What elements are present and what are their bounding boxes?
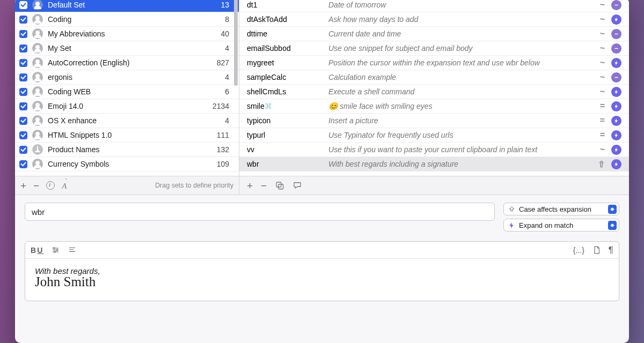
svg-point-7 <box>56 249 58 251</box>
set-checkbox[interactable] <box>19 146 27 154</box>
set-checkbox[interactable] <box>19 88 27 96</box>
set-count: 4 <box>225 116 233 125</box>
set-checkbox[interactable] <box>19 16 27 24</box>
text-style-button[interactable]: Â <box>62 181 67 191</box>
match-mode-icon: = <box>600 116 605 125</box>
set-list[interactable]: Default Set13Coding8My Abbreviations40My… <box>15 0 239 176</box>
set-name: Coding WEB <box>48 87 220 96</box>
set-count: 6 <box>225 87 233 96</box>
set-row[interactable]: Currency Symbols109 <box>15 157 239 172</box>
signature-line-2: John Smith <box>35 274 609 289</box>
snippet-abbrev: sampleCalc <box>247 73 322 81</box>
set-name: My Abbreviations <box>48 29 216 38</box>
download-icon <box>32 144 43 155</box>
person-icon <box>32 159 43 169</box>
scrollbar[interactable] <box>234 0 238 86</box>
set-name: AutoCorrection (English) <box>48 58 212 67</box>
set-checkbox[interactable] <box>19 117 27 125</box>
svg-rect-2 <box>614 48 618 48</box>
snippet-row[interactable]: typurlUse Typinator for frequently used … <box>239 128 629 143</box>
snippet-row[interactable]: dt1Date of tomorrow~ <box>239 0 629 12</box>
set-count: 4 <box>225 44 233 53</box>
remove-snippet-button[interactable]: − <box>261 181 267 191</box>
snippet-description: Current date and time <box>328 29 594 38</box>
snippet-abbrev: typicon <box>247 116 322 125</box>
text-badge-icon <box>611 0 621 10</box>
duplicate-snippet-button[interactable] <box>275 181 284 190</box>
bold-underline-button[interactable]: BU <box>31 246 43 255</box>
set-checkbox[interactable] <box>19 30 27 38</box>
set-count: 13 <box>221 1 233 9</box>
snippet-description: With best regards including a signature <box>328 160 591 168</box>
expansion-textarea[interactable]: With best regards, John Smith <box>25 259 619 301</box>
match-mode-icon: ~ <box>600 29 605 39</box>
expand-mode-popup[interactable]: Expand on match <box>503 219 619 232</box>
snippet-description: Use Typinator for frequently used urls <box>328 131 594 139</box>
expansion-editor: BU {...} ¶ With best regards, John Smith <box>25 241 619 301</box>
set-row[interactable]: Coding WEB6 <box>15 85 239 99</box>
snippet-list[interactable]: dt1Date of tomorrow~dtAskToAddAsk how ma… <box>239 0 629 176</box>
snippet-abbrev: smile⌘ <box>247 102 322 110</box>
snippet-abbrev: wbr <box>247 160 322 168</box>
set-name: HTML Snippets 1.0 <box>48 131 212 139</box>
set-row[interactable]: Coding8 <box>15 12 239 27</box>
text-badge-icon <box>611 29 621 39</box>
align-button[interactable] <box>68 245 77 255</box>
set-checkbox[interactable] <box>19 44 27 53</box>
set-row[interactable]: OS X enhance4 <box>15 114 239 128</box>
set-row[interactable]: Product Names132 <box>15 143 239 157</box>
set-count: 827 <box>217 58 233 67</box>
match-mode-icon: ~ <box>600 43 605 53</box>
set-row[interactable]: Default Set13 <box>15 0 239 12</box>
show-invisibles-button[interactable]: ¶ <box>609 245 613 256</box>
snippet-row[interactable]: mygreetPosition the cursor within the ex… <box>239 56 629 70</box>
remove-set-button[interactable]: − <box>33 181 39 191</box>
snippet-row[interactable]: wbrWith best regards including a signatu… <box>239 157 629 172</box>
person-icon <box>32 86 43 97</box>
set-checkbox[interactable] <box>19 1 27 9</box>
set-row[interactable]: AutoCorrection (English)827 <box>15 56 239 70</box>
set-row[interactable]: Emoji 14.02134 <box>15 99 239 114</box>
bolt-badge-icon <box>611 130 621 140</box>
snippet-footer: + − <box>239 176 629 195</box>
person-icon <box>32 43 43 54</box>
set-checkbox[interactable] <box>19 73 27 81</box>
snippet-row[interactable]: vvUse this if you want to paste your cur… <box>239 143 629 157</box>
set-count: 2134 <box>213 102 233 110</box>
svg-rect-0 <box>614 4 618 5</box>
set-count: 111 <box>217 131 233 139</box>
set-count: 109 <box>217 160 233 168</box>
snippet-row[interactable]: sampleCalcCalculation example~ <box>239 70 629 85</box>
sliders-button[interactable] <box>51 245 60 255</box>
add-set-button[interactable]: + <box>20 181 26 191</box>
insert-placeholder-button[interactable]: {...} <box>573 246 584 255</box>
abbreviation-input[interactable] <box>25 203 495 221</box>
set-name: Currency Symbols <box>48 160 212 168</box>
snippet-row[interactable]: typiconInsert a picture= <box>239 114 629 128</box>
info-button[interactable] <box>46 181 55 190</box>
stepper-icon <box>608 221 617 230</box>
insert-file-button[interactable] <box>592 245 601 255</box>
set-row[interactable]: My Abbreviations40 <box>15 27 239 41</box>
person-icon <box>32 0 43 10</box>
snippet-row[interactable]: dtAskToAddAsk how many days to add~ <box>239 12 629 27</box>
set-checkbox[interactable] <box>19 131 27 139</box>
set-row[interactable]: My Set4 <box>15 41 239 56</box>
set-checkbox[interactable] <box>19 160 27 168</box>
comment-button[interactable] <box>292 181 302 190</box>
set-row[interactable]: HTML Snippets 1.0111 <box>15 128 239 143</box>
add-snippet-button[interactable]: + <box>247 181 253 191</box>
snippet-row[interactable]: emailSubbodUse one snippet for subject a… <box>239 41 629 56</box>
set-row[interactable]: ergonis4 <box>15 70 239 85</box>
set-checkbox[interactable] <box>19 102 27 110</box>
case-mode-label: Case affects expansion <box>519 205 604 213</box>
person-icon <box>32 28 43 39</box>
snippet-row[interactable]: dttimeCurrent date and time~ <box>239 27 629 41</box>
set-checkbox[interactable] <box>19 59 27 67</box>
snippet-row[interactable]: smile⌘😊 smile face with smiling eyes= <box>239 99 629 114</box>
snippet-row[interactable]: shellCmdLsExecute a shell command~ <box>239 85 629 99</box>
expand-mode-label: Expand on match <box>519 221 604 229</box>
set-name: OS X enhance <box>48 116 220 125</box>
svg-rect-3 <box>614 77 618 77</box>
case-mode-popup[interactable]: Case affects expansion <box>503 203 619 215</box>
